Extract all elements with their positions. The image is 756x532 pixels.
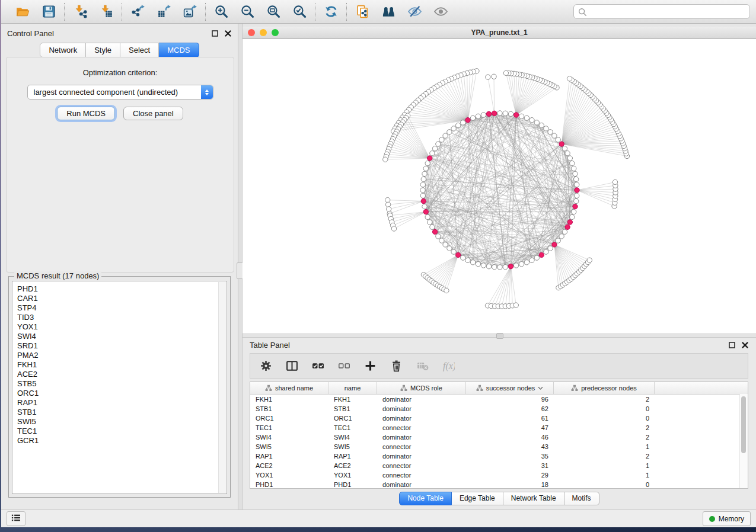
column-header-successor_nodes[interactable]: successor nodes	[466, 382, 554, 394]
close-window-icon[interactable]	[248, 29, 255, 36]
table-row[interactable]: ACE2ACE2connector311	[250, 461, 748, 470]
add-entry-button[interactable]	[363, 359, 377, 373]
table-row[interactable]: TEC1TEC1connector472	[250, 423, 748, 432]
import-table-button[interactable]	[98, 4, 114, 20]
svg-text:f(x): f(x)	[443, 361, 455, 371]
list-item[interactable]: TID3	[17, 313, 227, 322]
close-panel-button[interactable]: Close panel	[123, 107, 183, 120]
table-row[interactable]: YOX1YOX1connector291	[250, 470, 748, 480]
float-panel-icon[interactable]	[728, 341, 736, 349]
column-header-mcds_role[interactable]: MCDS role	[377, 382, 466, 394]
list-item[interactable]: SWI5	[17, 417, 227, 427]
apply-layout-icon	[324, 4, 339, 19]
table-scrollbar[interactable]	[739, 394, 748, 488]
tab-motifs[interactable]: Motifs	[564, 492, 599, 505]
zoom-in-button[interactable]	[213, 4, 229, 20]
zoom-out-button[interactable]	[239, 4, 256, 20]
table-row[interactable]: STB1STB1dominator620	[250, 404, 748, 414]
scrollbar-thumb[interactable]	[741, 396, 746, 453]
cell-predecessor_nodes: 0	[554, 481, 655, 488]
task-history-button[interactable]	[7, 511, 25, 526]
tab-select[interactable]: Select	[120, 43, 159, 57]
list-item[interactable]: CAR1	[17, 294, 227, 303]
deselect-all-button[interactable]	[337, 359, 351, 373]
cell-mcds_role: connector	[377, 462, 466, 469]
table-row[interactable]: RAP1RAP1dominator352	[250, 451, 748, 461]
tab-network-table[interactable]: Network Table	[503, 492, 564, 505]
optimization-criterion-select[interactable]: largest connected component (undirected)	[27, 85, 213, 100]
export-table-button[interactable]	[155, 4, 172, 20]
node-table: shared namenameMCDS rolesuccessor nodesp…	[250, 382, 748, 489]
close-panel-icon[interactable]	[741, 341, 749, 349]
tree-icon	[400, 384, 407, 392]
column-label: name	[344, 384, 361, 392]
list-item[interactable]: FKH1	[17, 360, 227, 370]
close-panel-icon[interactable]	[224, 30, 232, 37]
table-row[interactable]: SWI5SWI5connector431	[250, 442, 748, 451]
horizontal-splitter[interactable]	[243, 334, 756, 338]
delete-entry-button[interactable]	[389, 359, 403, 373]
column-header-name[interactable]: name	[328, 382, 377, 394]
list-item[interactable]: RAP1	[17, 398, 227, 408]
splitter-grip[interactable]	[496, 333, 503, 339]
show-all-button[interactable]	[432, 4, 449, 20]
export-image-button[interactable]	[181, 4, 198, 20]
list-item[interactable]: ACE2	[17, 370, 227, 379]
zoom-fit-button[interactable]	[265, 4, 282, 20]
network-from-file-button[interactable]	[354, 4, 371, 20]
result-list-scrollbar[interactable]	[218, 282, 226, 493]
table-toolbar: f(x)	[250, 353, 748, 379]
search-box[interactable]	[573, 4, 750, 19]
apply-layout-button[interactable]	[323, 4, 339, 20]
memory-button[interactable]: Memory	[703, 511, 751, 526]
search-input[interactable]	[587, 8, 746, 16]
tab-node-table[interactable]: Node Table	[399, 492, 452, 505]
vertical-splitter[interactable]	[238, 24, 243, 509]
save-session-button[interactable]	[40, 4, 57, 20]
table-row[interactable]: FKH1FKH1dominator962	[250, 395, 748, 404]
mcds-result-list[interactable]: PHD1CAR1STP4TID3YOX1SWI4SRD1PMA2FKH1ACE2…	[12, 281, 227, 494]
table-row[interactable]: SWI4SWI4dominator462	[250, 432, 748, 442]
list-item[interactable]: TEC1	[17, 427, 227, 436]
list-icon	[11, 513, 21, 525]
minimize-window-icon[interactable]	[260, 29, 267, 36]
list-item[interactable]: STP4	[17, 303, 227, 313]
open-file-button[interactable]	[14, 4, 31, 20]
zoom-window-icon[interactable]	[272, 29, 279, 36]
list-item[interactable]: PHD1	[17, 284, 227, 294]
cell-predecessor_nodes: 1	[554, 443, 655, 450]
list-item[interactable]: STB1	[17, 408, 227, 417]
float-panel-icon[interactable]	[211, 30, 219, 37]
tab-style[interactable]: Style	[86, 43, 120, 57]
export-network-button[interactable]	[129, 4, 146, 20]
list-item[interactable]: STB5	[17, 379, 227, 389]
zoom-selected-button[interactable]	[291, 4, 308, 20]
tab-mcds[interactable]: MCDS	[159, 43, 199, 57]
toggle-panel-button[interactable]	[285, 359, 299, 373]
tab-edge-table[interactable]: Edge Table	[452, 492, 503, 505]
mcds-result-group: MCDS result (17 nodes) PHD1CAR1STP4TID3Y…	[8, 276, 231, 498]
column-header-predecessor_nodes[interactable]: predecessor nodes	[554, 382, 655, 394]
list-item[interactable]: GCR1	[17, 436, 227, 446]
table-row[interactable]: ORC1ORC1dominator610	[250, 414, 748, 423]
run-mcds-button[interactable]: Run MCDS	[57, 107, 115, 120]
list-item[interactable]: SRD1	[17, 341, 227, 351]
memory-status-icon	[709, 516, 715, 522]
network-canvas[interactable]	[243, 39, 756, 334]
hide-selected-button[interactable]	[406, 4, 423, 20]
table-row[interactable]: PHD1PHD1dominator180	[250, 480, 748, 489]
import-network-button[interactable]	[72, 4, 88, 20]
list-item[interactable]: SWI4	[17, 332, 227, 341]
tab-network[interactable]: Network	[40, 43, 86, 57]
list-item[interactable]: ORC1	[17, 389, 227, 398]
zoom-out-icon	[240, 4, 255, 19]
settings-gear-button[interactable]	[259, 359, 273, 373]
cell-mcds_role: dominator	[377, 434, 466, 441]
select-all-button[interactable]	[311, 359, 325, 373]
tree-icon	[476, 384, 483, 392]
toggle-panel-icon	[286, 360, 298, 372]
column-header-shared_name[interactable]: shared name	[250, 382, 328, 394]
first-neighbors-button[interactable]	[380, 4, 397, 20]
list-item[interactable]: PMA2	[17, 351, 227, 360]
list-item[interactable]: YOX1	[17, 322, 227, 332]
